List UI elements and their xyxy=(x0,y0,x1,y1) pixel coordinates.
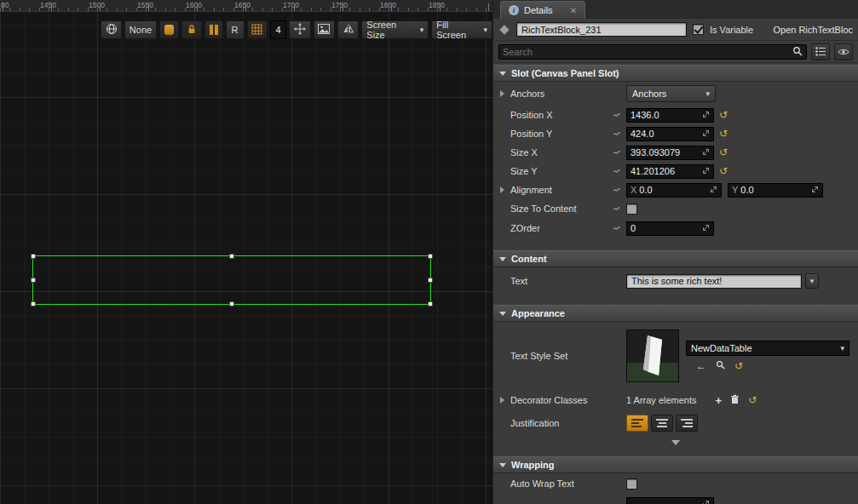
bind-icon[interactable] xyxy=(613,145,621,160)
align-left-button[interactable] xyxy=(626,415,648,432)
grid-snap-button[interactable] xyxy=(247,20,268,39)
add-element-button[interactable]: + xyxy=(716,394,723,407)
size-x-value: 393.093079 xyxy=(631,147,700,158)
text-row: Text This is some rich text! ▾ xyxy=(493,267,858,295)
close-tab-icon[interactable]: ✕ xyxy=(570,6,577,15)
delete-elements-button[interactable] xyxy=(730,394,740,406)
size-y-input[interactable]: 41.201206 xyxy=(626,164,714,179)
ruler-tick-label: 00 xyxy=(1,1,9,9)
localization-preview-button[interactable] xyxy=(101,20,122,39)
bind-icon[interactable] xyxy=(613,163,621,179)
reset-to-default-button[interactable]: ↺ xyxy=(719,110,728,120)
partial-row xyxy=(493,494,858,504)
selection-handle[interactable] xyxy=(428,278,433,283)
screen-size-button[interactable]: Screen Size xyxy=(361,20,429,39)
flip-direction-button[interactable] xyxy=(337,20,359,39)
drag-arrow-icon[interactable] xyxy=(702,129,710,139)
reset-to-default-button[interactable]: ↺ xyxy=(719,147,728,158)
size-to-content-checkbox[interactable] xyxy=(626,203,637,215)
x-prefix: X xyxy=(631,185,636,195)
respect-locks-button[interactable]: R xyxy=(226,20,245,39)
open-richtextblock-button[interactable]: Open RichTextBloc xyxy=(773,25,853,35)
grid-size-field[interactable]: 4 xyxy=(270,20,286,39)
section-header-content[interactable]: Content xyxy=(493,250,858,267)
view-options-button[interactable] xyxy=(811,43,830,60)
selection-handle[interactable] xyxy=(428,254,433,259)
y-prefix: Y xyxy=(732,185,738,195)
drag-arrow-icon[interactable] xyxy=(702,499,710,504)
auto-wrap-text-checkbox[interactable] xyxy=(626,478,637,490)
anchors-dropdown[interactable]: Anchors ▾ xyxy=(626,85,716,102)
browse-to-asset-button[interactable] xyxy=(716,360,725,371)
reset-to-default-button[interactable]: ↺ xyxy=(719,129,728,139)
tab-details[interactable]: i Details ✕ xyxy=(500,1,585,19)
expander-icon[interactable] xyxy=(500,90,504,97)
reset-to-default-button[interactable]: ↺ xyxy=(719,166,728,176)
bind-icon[interactable] xyxy=(613,182,621,198)
bind-icon[interactable] xyxy=(613,107,621,123)
drag-arrow-icon[interactable] xyxy=(702,110,710,120)
section-header-appearance[interactable]: Appearance xyxy=(493,305,858,322)
selection-handle[interactable] xyxy=(31,301,36,306)
section-title: Appearance xyxy=(511,308,565,318)
preview-background-button[interactable] xyxy=(314,20,335,39)
align-center-button[interactable] xyxy=(651,415,673,432)
section-header-wrapping[interactable]: Wrapping xyxy=(493,456,858,473)
show-advanced-expander[interactable] xyxy=(493,436,858,450)
bind-icon[interactable] xyxy=(613,220,621,236)
position-y-input[interactable]: 424.0 xyxy=(626,127,714,141)
alignment-row: Alignment X 0.0 Y 0.0 xyxy=(493,180,858,199)
zorder-input[interactable]: 0 xyxy=(626,221,714,236)
translate-mode-button[interactable] xyxy=(289,20,310,39)
alignment-x-input[interactable]: X 0.0 xyxy=(626,183,722,198)
selection-handle[interactable] xyxy=(31,278,36,283)
ruler-tick-label: 1750 xyxy=(331,1,348,9)
display-filter-button[interactable] xyxy=(834,43,853,60)
reset-to-default-button[interactable]: ↺ xyxy=(734,361,743,371)
position-x-input[interactable]: 1436.0 xyxy=(626,108,714,123)
selection-outline[interactable] xyxy=(32,255,431,305)
ruler-tick-label: 1800 xyxy=(380,1,396,9)
widget-name-input[interactable]: RichTextBlock_231 xyxy=(516,22,687,37)
expander-icon[interactable] xyxy=(500,186,504,193)
fill-screen-button[interactable]: Fill Screen xyxy=(431,20,492,39)
drag-arrow-icon[interactable] xyxy=(710,185,717,195)
drag-arrow-icon[interactable] xyxy=(702,223,710,233)
selection-handle[interactable] xyxy=(31,254,36,259)
image-icon xyxy=(318,24,330,36)
alignment-y-input[interactable]: Y 0.0 xyxy=(728,183,823,198)
size-x-input[interactable]: 393.093079 xyxy=(626,146,714,160)
section-header-slot[interactable]: Slot (Canvas Panel Slot) xyxy=(493,65,858,82)
none-label: None xyxy=(130,25,152,35)
expander-icon[interactable] xyxy=(500,397,504,404)
outline-toggle-button[interactable] xyxy=(204,20,223,39)
section-title: Content xyxy=(511,254,547,264)
partial-input[interactable] xyxy=(626,497,714,504)
selection-handle[interactable] xyxy=(229,254,234,259)
bind-icon[interactable] xyxy=(613,126,621,141)
selection-handle[interactable] xyxy=(229,301,234,306)
lock-widgets-button[interactable] xyxy=(181,20,201,39)
asset-thumbnail[interactable] xyxy=(626,329,679,382)
r-label: R xyxy=(232,25,239,35)
localization-language-button[interactable]: None xyxy=(124,20,156,39)
background-toggle-button[interactable] xyxy=(159,20,179,39)
text-style-set-dropdown[interactable]: NewDataTable ▾ xyxy=(686,341,849,356)
align-right-button[interactable] xyxy=(676,415,698,432)
designer-viewport[interactable]: 00 1450 1500 1550 1600 1650 1700 1750 18… xyxy=(0,0,492,504)
drag-arrow-icon[interactable] xyxy=(702,147,710,158)
size-y-row: Size Y 41.201206 ↺ xyxy=(493,162,858,180)
zorder-row: ZOrder 0 xyxy=(493,218,858,238)
selection-handle[interactable] xyxy=(428,301,433,306)
search-input[interactable] xyxy=(503,47,792,57)
text-input[interactable]: This is some rich text! xyxy=(626,274,802,289)
drag-arrow-icon[interactable] xyxy=(702,166,710,176)
is-variable-checkbox[interactable] xyxy=(693,24,704,35)
use-selected-asset-button[interactable]: ← xyxy=(696,361,706,371)
search-box[interactable] xyxy=(498,44,807,60)
text-options-dropdown[interactable]: ▾ xyxy=(805,273,819,289)
reset-to-default-button[interactable]: ↺ xyxy=(748,395,757,405)
section-title: Slot (Canvas Panel Slot) xyxy=(511,68,619,78)
drag-arrow-icon[interactable] xyxy=(811,185,819,195)
bind-icon[interactable] xyxy=(613,201,621,216)
